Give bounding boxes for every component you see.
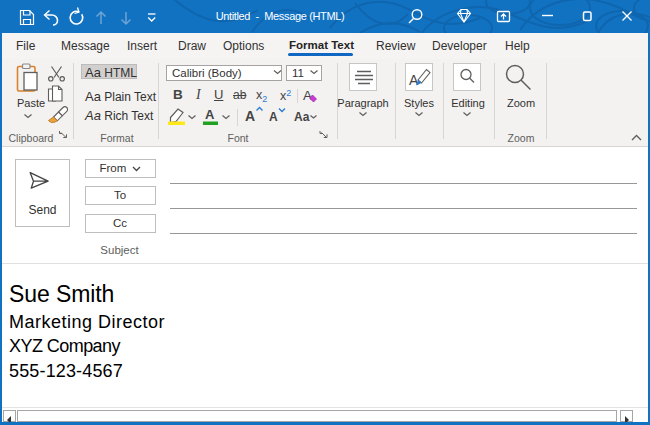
svg-text:Aa: Aa: [294, 110, 310, 124]
svg-text:A: A: [205, 107, 215, 122]
svg-text:A: A: [269, 110, 278, 124]
svg-text:A: A: [245, 108, 255, 124]
svg-text:A: A: [303, 88, 312, 103]
